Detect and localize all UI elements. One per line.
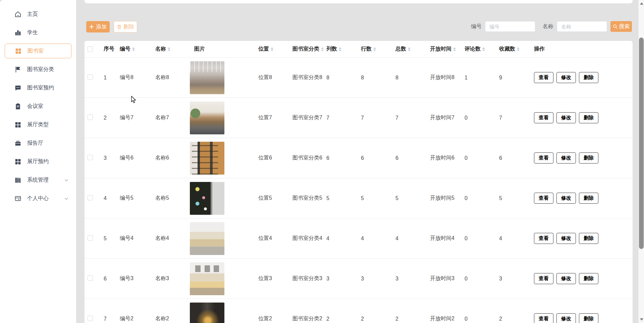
sort-carets-icon[interactable] <box>517 47 520 51</box>
column-header-label: 总数 <box>395 46 406 53</box>
scroll-down-arrow-icon[interactable] <box>639 317 644 322</box>
plus-icon <box>89 24 94 29</box>
cell-cols: 2 <box>326 316 361 322</box>
search-button[interactable]: 搜索 <box>610 21 632 32</box>
sort-carets-icon[interactable] <box>408 47 411 51</box>
row-checkbox[interactable] <box>88 275 93 281</box>
cell-index: 1 <box>104 75 120 81</box>
column-header-label: 行数 <box>361 46 372 53</box>
cell-favorites: 2 <box>499 316 534 322</box>
row-checkbox[interactable] <box>88 115 93 120</box>
sidebar-item-1[interactable]: 学生 <box>0 23 76 42</box>
table-row: 2编号7名称7位置7图书室分类7777开放时间707查看修改删除 <box>85 98 633 138</box>
cell-category: 图书室分类2 <box>292 315 326 322</box>
delete-button[interactable]: 删除 <box>579 72 598 83</box>
sidebar-item-4[interactable]: 图书室预约 <box>0 79 76 97</box>
view-button[interactable]: 查看 <box>534 313 553 323</box>
sidebar-item-2[interactable]: 图书室 <box>5 44 71 58</box>
edit-button[interactable]: 修改 <box>556 112 576 123</box>
delete-button[interactable]: 删除 <box>579 233 598 244</box>
row-checkbox[interactable] <box>88 235 93 241</box>
cell-rows: 3 <box>361 276 395 282</box>
edit-button[interactable]: 修改 <box>556 273 576 284</box>
row-checkbox[interactable] <box>88 316 93 321</box>
cell-comments: 0 <box>465 195 499 201</box>
sidebar-item-8[interactable]: 展厅预约 <box>0 152 76 171</box>
edit-button[interactable]: 修改 <box>556 313 576 323</box>
cell-index: 3 <box>104 155 120 161</box>
column-header-label: 序号 <box>104 46 114 53</box>
view-button[interactable]: 查看 <box>534 233 553 244</box>
sort-carets-icon[interactable] <box>339 47 341 51</box>
sidebar-item-label: 主页 <box>27 11 38 18</box>
cell-total: 5 <box>395 195 430 201</box>
cell-open-time: 开放时间7 <box>430 114 465 121</box>
cell-rows: 7 <box>361 115 395 121</box>
sidebar-item-7[interactable]: 报告厅 <box>0 134 76 152</box>
search-cluster: 编号 名称 搜索 <box>467 21 632 32</box>
sidebar-item-label: 个人中心 <box>27 195 49 202</box>
edit-button[interactable]: 修改 <box>556 233 576 244</box>
table-row: 7编号2名称2位置2图书室分类2222开放时间202查看修改删除 <box>85 299 633 323</box>
sidebar-item-3[interactable]: 图书室分类 <box>0 60 76 79</box>
sort-carets-icon[interactable] <box>271 47 273 51</box>
view-button[interactable]: 查看 <box>534 72 553 83</box>
table-body: 1编号8名称8位置8图书室分类8888开放时间819查看修改删除2编号7名称7位… <box>85 58 633 323</box>
delete-button[interactable]: 删除 <box>579 313 598 323</box>
delete-button[interactable]: 删除 <box>579 193 598 204</box>
search-id-input[interactable] <box>485 21 535 32</box>
vertical-scrollbar[interactable] <box>638 0 644 323</box>
cell-name: 名称5 <box>155 195 190 202</box>
view-button[interactable]: 查看 <box>534 152 553 164</box>
cell-comments: 0 <box>465 236 499 242</box>
cell-open-time: 开放时间3 <box>430 275 465 282</box>
column-header-10: 评论数 <box>465 46 499 53</box>
sort-carets-icon[interactable] <box>373 47 376 51</box>
bar-chart-icon <box>14 29 21 36</box>
row-checkbox[interactable] <box>88 195 93 200</box>
select-all-checkbox[interactable] <box>88 47 93 52</box>
cell-code: 编号3 <box>120 275 155 282</box>
cell-cols: 7 <box>326 115 361 121</box>
sidebar-item-6[interactable]: 展厅类型 <box>0 116 76 134</box>
edit-button[interactable]: 修改 <box>556 152 576 164</box>
cell-name: 名称7 <box>155 114 190 121</box>
sidebar-item-label: 会议室 <box>27 103 43 110</box>
cell-favorites: 5 <box>499 195 534 201</box>
cell-open-time: 开放时间8 <box>430 74 465 81</box>
cell-total: 7 <box>395 115 430 121</box>
sidebar-item-label: 图书室分类 <box>27 66 54 73</box>
table-row: 5编号4名称4位置4图书室分类4444开放时间404查看修改删除 <box>85 218 633 259</box>
view-button[interactable]: 查看 <box>534 193 553 204</box>
sort-carets-icon[interactable] <box>132 47 135 51</box>
edit-button[interactable]: 修改 <box>556 193 576 204</box>
add-button[interactable]: 添加 <box>86 21 110 33</box>
row-checkbox[interactable] <box>88 155 93 160</box>
sidebar-item-9[interactable]: 系统管理 <box>0 171 76 189</box>
view-button[interactable]: 查看 <box>534 112 553 123</box>
flag-icon <box>14 66 21 73</box>
cell-rows: 5 <box>361 195 395 201</box>
sort-carets-icon[interactable] <box>453 47 456 51</box>
delete-button[interactable]: 删除 <box>579 152 598 164</box>
column-header-3: 图片 <box>190 46 258 53</box>
view-button[interactable]: 查看 <box>534 273 553 284</box>
sidebar-item-5[interactable]: 会议室 <box>0 97 76 116</box>
sort-carets-icon[interactable] <box>168 47 170 51</box>
room-photo <box>190 61 224 94</box>
sort-carets-icon[interactable] <box>482 47 485 51</box>
cell-location: 位置8 <box>258 74 292 81</box>
row-checkbox[interactable] <box>88 74 93 80</box>
cell-comments: 0 <box>465 316 499 322</box>
scroll-up-arrow-icon[interactable] <box>639 1 644 6</box>
sidebar-item-0[interactable]: 主页 <box>0 5 76 23</box>
column-header-5: 图书室分类 <box>292 46 326 53</box>
search-name-input[interactable] <box>557 21 607 32</box>
delete-button[interactable]: 删除 <box>579 112 598 123</box>
scrollbar-thumb[interactable] <box>639 38 644 249</box>
delete-button[interactable]: 删除 <box>579 273 598 284</box>
edit-button[interactable]: 修改 <box>556 72 576 83</box>
sort-carets-icon[interactable] <box>321 47 324 51</box>
sidebar-item-10[interactable]: 个人中心 <box>0 189 76 208</box>
delete-selected-button[interactable]: 删除 <box>114 21 137 33</box>
